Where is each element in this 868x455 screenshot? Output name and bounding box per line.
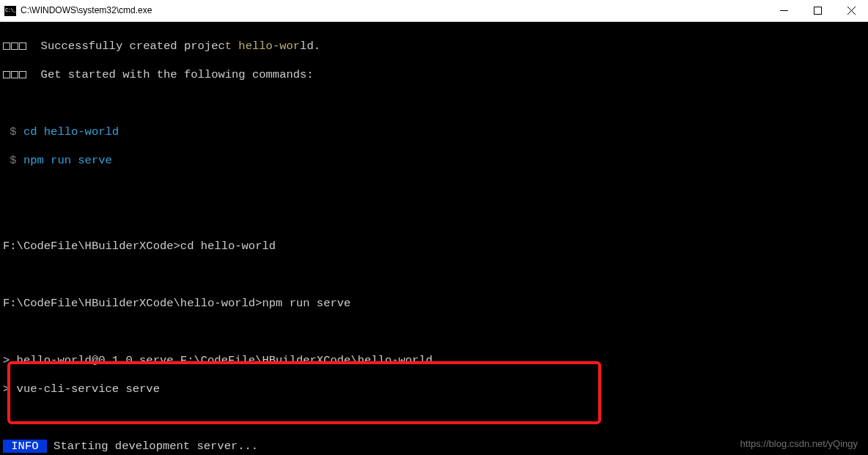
window-titlebar: C:\WINDOWS\system32\cmd.exe [0, 0, 868, 22]
output-line: Get started with the following commands: [3, 68, 865, 83]
cmd-icon [4, 6, 16, 16]
output-line: > vue-cli-service serve [3, 382, 865, 397]
command-line: $ cd hello-world [3, 125, 865, 140]
blank-line [3, 182, 865, 197]
maximize-button[interactable] [801, 0, 834, 21]
info-line: INFO Starting development server... [3, 440, 865, 454]
terminal-output[interactable]: Successfully created project hello-world… [0, 22, 868, 455]
window-buttons [767, 0, 868, 21]
blank-line [3, 268, 865, 283]
output-line: Successfully created project hello-world… [3, 40, 865, 54]
minimize-button[interactable] [767, 0, 801, 21]
close-button[interactable] [834, 0, 868, 21]
watermark: https://blog.csdn.net/yQingy [740, 437, 858, 451]
blank-line [3, 325, 865, 340]
blank-line [3, 211, 865, 226]
window-title: C:\WINDOWS\system32\cmd.exe [21, 4, 152, 18]
info-badge: INFO [3, 440, 47, 453]
title-left: C:\WINDOWS\system32\cmd.exe [4, 4, 152, 18]
blank-line [3, 97, 865, 111]
svg-rect-1 [814, 7, 821, 15]
output-line: > hello-world@0.1.0 serve F:\CodeFile\HB… [3, 354, 865, 369]
command-line: $ npm run serve [3, 154, 865, 169]
prompt-line: F:\CodeFile\HBuilderXCode\hello-world>np… [3, 297, 865, 311]
prompt-line: F:\CodeFile\HBuilderXCode>cd hello-world [3, 240, 865, 254]
blank-line [3, 411, 865, 426]
